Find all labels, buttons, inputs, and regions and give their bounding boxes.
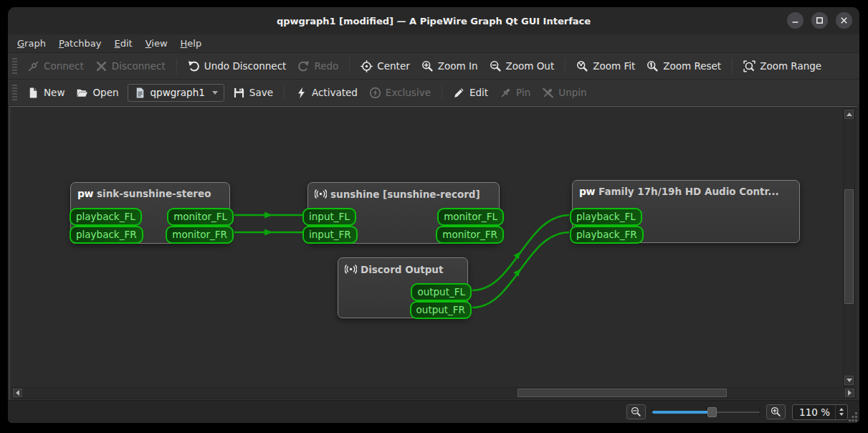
zoom-in-label: Zoom In xyxy=(438,60,478,72)
toolbar-separator xyxy=(176,58,177,74)
save-button[interactable]: Save xyxy=(227,84,279,102)
node-family-hd-audio[interactable]: pw Family 17h/19h HD Audio Contr... play… xyxy=(572,180,800,243)
scroll-down-button[interactable] xyxy=(844,376,854,385)
menu-graph[interactable]: Graph xyxy=(11,36,52,51)
zoom-fit-icon xyxy=(576,60,588,72)
port-playback-fl[interactable]: playback_FL xyxy=(570,208,642,226)
zoom-fit-label: Zoom Fit xyxy=(593,60,635,72)
scroll-up-button[interactable] xyxy=(844,110,854,119)
save-label: Save xyxy=(249,87,273,98)
stream-icon xyxy=(315,188,327,200)
disconnect-icon xyxy=(95,60,108,72)
statusbar-zoom-in-button[interactable] xyxy=(766,404,786,419)
node-title-text: Family 17h/19h HD Audio Contr... xyxy=(598,186,779,197)
pin-button[interactable]: Pin xyxy=(494,84,536,102)
disconnect-button[interactable]: Disconnect xyxy=(90,57,171,75)
zoom-out-button[interactable]: Zoom Out xyxy=(484,57,561,75)
horizontal-scrollbar[interactable] xyxy=(11,387,856,399)
redo-label: Redo xyxy=(314,60,338,72)
unpin-button[interactable]: Unpin xyxy=(536,84,592,102)
zoom-fit-button[interactable]: Zoom Fit xyxy=(571,57,641,75)
spinbox-arrows[interactable] xyxy=(835,405,847,419)
vertical-scrollbar-thumb[interactable] xyxy=(844,189,854,304)
scroll-right-button[interactable] xyxy=(845,389,854,397)
port-input-fr[interactable]: input_FR xyxy=(302,226,358,244)
new-button[interactable]: New xyxy=(22,84,70,102)
zoom-reset-icon xyxy=(647,60,659,72)
node-sink-sunshine-stereo[interactable]: pw sink-sunshine-stereo playback_FL play… xyxy=(70,182,230,244)
menu-view[interactable]: View xyxy=(139,36,174,51)
toolbar-drag-handle[interactable] xyxy=(12,85,17,100)
port-playback-fl[interactable]: playback_FL xyxy=(70,208,142,226)
port-monitor-fr[interactable]: monitor_FR xyxy=(436,226,504,244)
edit-button[interactable]: Edit xyxy=(447,84,494,102)
toolbar-separator xyxy=(284,85,285,100)
center-label: Center xyxy=(377,60,409,72)
activated-icon xyxy=(295,87,307,99)
connect-button[interactable]: Connect xyxy=(22,57,90,75)
resize-grip[interactable] xyxy=(849,412,858,422)
undo-disconnect-button[interactable]: Undo Disconnect xyxy=(182,57,292,75)
graph-canvas[interactable]: pw sink-sunshine-stereo playback_FL play… xyxy=(9,106,858,400)
port-monitor-fl[interactable]: monitor_FL xyxy=(437,208,504,226)
port-playback-fr[interactable]: playback_FR xyxy=(70,226,143,244)
undo-icon xyxy=(188,60,200,72)
patchbay-toolbar: New Open qpwgraph1 xyxy=(8,80,859,106)
minimize-icon xyxy=(791,16,799,24)
port-playback-fr[interactable]: playback_FR xyxy=(570,226,644,244)
zoom-range-label: Zoom Range xyxy=(760,60,821,72)
statusbar-zoom-out-button[interactable] xyxy=(626,404,646,419)
pin-label: Pin xyxy=(516,87,530,98)
zoom-reset-button[interactable]: Zoom Reset xyxy=(641,57,727,75)
triangle-down-icon xyxy=(846,379,852,382)
vertical-scrollbar[interactable] xyxy=(843,108,855,386)
window-controls xyxy=(787,12,852,29)
chevron-down-icon xyxy=(212,91,218,95)
port-monitor-fl[interactable]: monitor_FL xyxy=(167,208,234,226)
menu-help[interactable]: Help xyxy=(174,36,209,51)
zoom-out-icon xyxy=(631,406,642,417)
unpin-label: Unpin xyxy=(558,87,586,98)
zoom-slider[interactable] xyxy=(652,405,760,419)
open-folder-icon xyxy=(76,87,88,99)
center-button[interactable]: Center xyxy=(355,57,415,75)
scroll-left-button[interactable] xyxy=(13,389,22,397)
menu-edit[interactable]: Edit xyxy=(108,36,139,51)
new-label: New xyxy=(44,87,65,98)
zoom-range-button[interactable]: Zoom Range xyxy=(738,57,827,75)
toolbar-drag-handle[interactable] xyxy=(12,58,17,74)
zoom-reset-label: Zoom Reset xyxy=(663,60,721,72)
zoom-out-label: Zoom Out xyxy=(506,60,555,72)
zoom-slider-handle[interactable] xyxy=(707,407,717,417)
spin-down-icon xyxy=(839,413,844,416)
port-input-fl[interactable]: input_FL xyxy=(302,208,356,226)
spin-up-icon xyxy=(839,408,844,411)
open-button[interactable]: Open xyxy=(70,84,124,102)
patchbay-selector[interactable]: qpwgraph1 xyxy=(128,84,224,102)
horizontal-scrollbar-thumb[interactable] xyxy=(518,389,727,397)
maximize-button[interactable] xyxy=(811,12,828,29)
center-icon xyxy=(361,60,373,72)
connect-label: Connect xyxy=(44,60,84,72)
activated-button[interactable]: Activated xyxy=(290,84,363,102)
stream-icon xyxy=(345,263,357,275)
close-icon xyxy=(840,16,848,24)
node-title-text: sunshine [sunshine-record] xyxy=(330,189,480,200)
close-button[interactable] xyxy=(836,12,852,29)
edit-icon xyxy=(453,87,465,99)
port-monitor-fr[interactable]: monitor_FR xyxy=(166,226,234,244)
port-output-fr[interactable]: output_FR xyxy=(410,301,472,319)
zoom-in-icon xyxy=(421,60,434,72)
redo-button[interactable]: Redo xyxy=(292,57,344,75)
node-discord-output[interactable]: Discord Output output_FL output_FR xyxy=(338,257,468,318)
node-title: pw sink-sunshine-stereo xyxy=(71,183,229,204)
connection-wires xyxy=(10,107,857,399)
zoom-in-button[interactable]: Zoom In xyxy=(416,57,484,75)
menu-patchbay[interactable]: Patchbay xyxy=(52,36,108,51)
port-output-fl[interactable]: output_FL xyxy=(411,283,472,301)
node-sunshine[interactable]: sunshine [sunshine-record] input_FL inpu… xyxy=(307,182,500,244)
patchbay-file-icon xyxy=(134,87,146,99)
zoom-spinbox[interactable]: 110 % xyxy=(792,404,848,420)
minimize-button[interactable] xyxy=(787,12,803,29)
exclusive-button[interactable]: Exclusive xyxy=(363,84,437,102)
